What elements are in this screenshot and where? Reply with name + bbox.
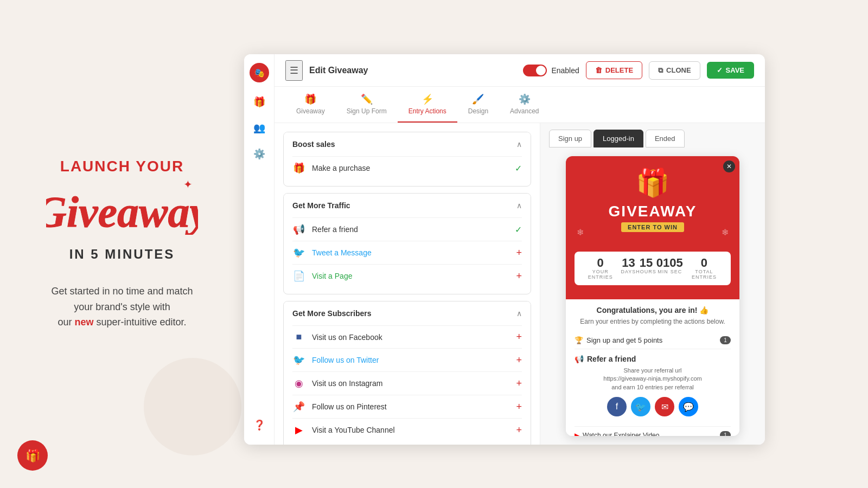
- svg-text:🎁: 🎁: [25, 448, 41, 463]
- widget-body: 0 Your entries 13 DAYS 15: [566, 243, 739, 299]
- sidebar-logo[interactable]: 🎭: [250, 63, 269, 82]
- purchase-label: Make a purchase: [312, 164, 508, 172]
- visit-page-icon: 📄: [292, 270, 305, 282]
- referral-social-buttons: f 🐦 ✉ 💬: [575, 397, 731, 416]
- main-content: ☰ Edit Giveaway Enabled 🗑 DELETE ⧉ CLONE…: [275, 54, 765, 445]
- tweet-label: Tweet a Message: [312, 248, 509, 257]
- get-more-traffic-title: Get More Traffic: [292, 201, 350, 210]
- tweet-icon: 🐦: [292, 247, 305, 259]
- star-decoration: ✦: [183, 178, 193, 191]
- help-icon: ❓: [253, 419, 265, 431]
- visit-add-icon: +: [516, 271, 522, 282]
- list-item[interactable]: ▶ Visit a YouTube Channel +: [292, 418, 522, 441]
- facebook-add-icon: +: [516, 331, 522, 343]
- sidebar-item-help[interactable]: ❓: [248, 414, 270, 436]
- list-item[interactable]: 🐦 Follow us on Twitter +: [292, 348, 522, 371]
- your-entries-label: Your entries: [580, 269, 621, 280]
- get-more-traffic-header[interactable]: Get More Traffic ∧: [284, 194, 531, 217]
- in-minutes-text: IN 5 MINUTES: [69, 247, 175, 262]
- congrats-text: Congratulations, you are in! 👍: [575, 306, 731, 314]
- boost-sales-items: 🎁 Make a purchase ✓: [284, 156, 531, 186]
- clone-icon: ⧉: [658, 66, 663, 75]
- preview-panel: Sign up Logged-in Ended ✕ 🎁 GIVEAWAY ENT…: [540, 123, 765, 445]
- tab-advanced[interactable]: ⚙️ Advanced: [499, 87, 550, 123]
- timer-total-entries: 0 Total entries: [683, 257, 725, 280]
- referral-icon: 📢: [575, 355, 584, 363]
- signup-action-row[interactable]: 🏆 Sign up and get 5 points 1: [575, 332, 731, 349]
- purchase-check-icon: ✓: [515, 163, 522, 174]
- editor-panel: Boost sales ∧ 🎁 Make a purchase ✓ G: [275, 123, 540, 445]
- gift-icon: 🎁: [253, 96, 265, 108]
- list-item[interactable]: ■ Visit us on Facebook +: [292, 325, 522, 348]
- widget-white-area: Congratulations, you are in! 👍 Earn your…: [566, 299, 739, 436]
- sidebar-item-settings[interactable]: ⚙️: [248, 143, 270, 165]
- signup-action-badge: 1: [720, 336, 731, 344]
- timer-days: 13 DAYS: [621, 257, 636, 280]
- tab-giveaway[interactable]: 🎁 Giveaway: [285, 87, 336, 123]
- sec-value: 05: [669, 257, 682, 269]
- top-bar: ☰ Edit Giveaway Enabled 🗑 DELETE ⧉ CLONE…: [275, 54, 765, 87]
- your-entries-value: 0: [580, 257, 621, 269]
- enabled-toggle[interactable]: [523, 65, 547, 76]
- boost-sales-title: Boost sales: [292, 140, 335, 149]
- tab-entry-actions[interactable]: ⚡ Entry Actions: [398, 87, 457, 123]
- users-icon: 👥: [253, 122, 265, 134]
- widget-title: GIVEAWAY: [577, 203, 729, 220]
- traffic-items: 📢 Refer a friend ✓ 🐦 Tweet a Message + 📄…: [284, 217, 531, 294]
- preview-tab-signup[interactable]: Sign up: [549, 130, 591, 147]
- get-more-subscribers-title: Get More Subscribers: [292, 309, 372, 318]
- snowflake-right: ❄: [722, 227, 729, 237]
- list-item[interactable]: 📌 Follow us on Pinterest +: [292, 395, 522, 418]
- referral-email-btn[interactable]: ✉: [655, 397, 674, 416]
- save-button[interactable]: ✓ SAVE: [707, 62, 754, 79]
- get-more-subscribers-header[interactable]: Get More Subscribers ∧: [284, 301, 531, 325]
- sec-label: SEC: [669, 269, 682, 274]
- subscribers-items: ■ Visit us on Facebook + 🐦 Follow us on …: [284, 325, 531, 445]
- giveaway-logo: Giveaway ✦: [46, 181, 198, 237]
- list-item[interactable]: ◉ Visit us on Instagram +: [292, 371, 522, 395]
- boost-sales-section: Boost sales ∧ 🎁 Make a purchase ✓: [283, 132, 531, 187]
- sidebar-item-giveaways[interactable]: 🎁: [248, 91, 270, 113]
- content-area: Boost sales ∧ 🎁 Make a purchase ✓ G: [275, 123, 765, 445]
- app-panel: 🎭 🎁 👥 ⚙️ ❓ ☰ Edit Giveaway Enabled 🗑: [244, 54, 765, 445]
- total-entries-value: 0: [683, 257, 725, 269]
- clone-button[interactable]: ⧉ CLONE: [649, 61, 700, 80]
- twitter-follow-label: Follow us on Twitter: [312, 356, 509, 364]
- refer-check-icon: ✓: [515, 224, 522, 235]
- bottom-logo: 🎁: [16, 439, 49, 472]
- tagline: Get started in no time and match your br…: [51, 284, 193, 330]
- subscribers-toggle-icon: ∧: [516, 309, 522, 318]
- sidebar: 🎭 🎁 👥 ⚙️ ❓: [244, 54, 275, 445]
- page-title: Edit Giveaway: [309, 66, 516, 75]
- tab-signup-form[interactable]: ✏️ Sign Up Form: [336, 87, 398, 123]
- list-item[interactable]: 📄 Visit a Page +: [292, 264, 522, 287]
- youtube-add-icon: +: [516, 425, 522, 436]
- total-entries-label: Total entries: [683, 269, 725, 280]
- referral-messenger-btn[interactable]: 💬: [679, 397, 698, 416]
- tab-design[interactable]: 🖌️ Design: [457, 87, 499, 123]
- snowflake-left: ❄: [577, 227, 584, 237]
- referral-facebook-btn[interactable]: f: [607, 397, 627, 416]
- refer-icon: 📢: [292, 223, 305, 235]
- referral-twitter-btn[interactable]: 🐦: [631, 397, 650, 416]
- delete-button[interactable]: 🗑 DELETE: [586, 61, 642, 79]
- checkmark-icon: ✓: [717, 66, 723, 74]
- days-value: 13: [621, 257, 636, 269]
- get-more-subscribers-section: Get More Subscribers ∧ ■ Visit us on Fac…: [283, 301, 531, 445]
- preview-tab-ended[interactable]: Ended: [646, 130, 685, 147]
- preview-widget-area: ✕ 🎁 GIVEAWAY ENTER TO WIN ❄ ❄: [540, 147, 765, 445]
- list-item[interactable]: 🐦 Tweet a Message +: [292, 241, 522, 264]
- pinterest-icon: 📌: [292, 401, 305, 413]
- entry-tab-icon: ⚡: [422, 93, 433, 105]
- hamburger-button[interactable]: ☰: [285, 60, 303, 81]
- widget-subtitle: ENTER TO WIN: [621, 222, 684, 232]
- video-action-row[interactable]: ▶ Watch our Explainer Video 1: [575, 427, 731, 436]
- widget-close-button[interactable]: ✕: [723, 160, 735, 172]
- signup-action-label: 🏆 Sign up and get 5 points: [575, 336, 662, 344]
- sidebar-item-users[interactable]: 👥: [248, 117, 270, 139]
- timer-row: 0 Your entries 13 DAYS 15: [575, 252, 731, 285]
- get-more-traffic-section: Get More Traffic ∧ 📢 Refer a friend ✓ 🐦 …: [283, 193, 531, 294]
- toggle-area: Enabled: [523, 65, 579, 76]
- preview-tab-loggedin[interactable]: Logged-in: [593, 130, 643, 147]
- boost-sales-header[interactable]: Boost sales ∧: [284, 132, 531, 156]
